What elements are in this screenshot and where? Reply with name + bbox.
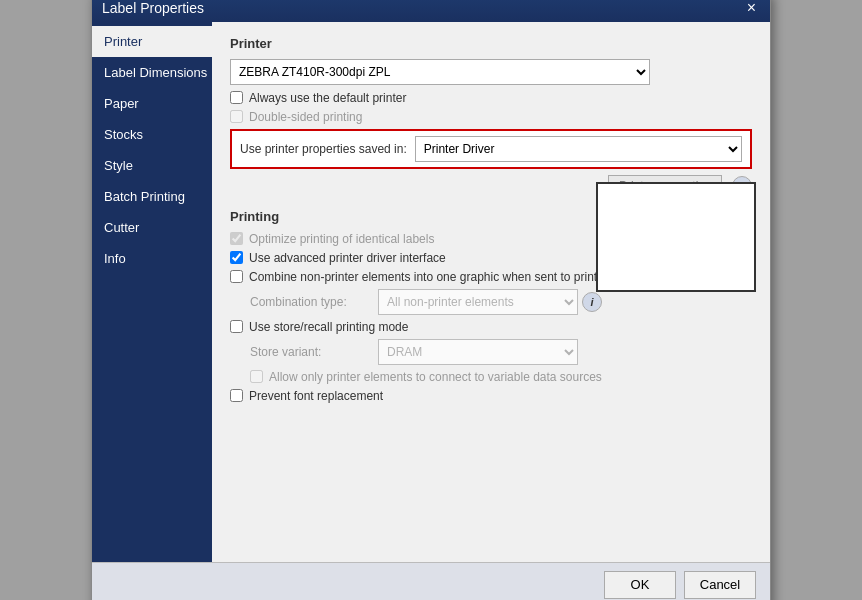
double-sided-checkbox[interactable]: [230, 110, 243, 123]
always-default-row: Always use the default printer: [230, 91, 752, 105]
label-preview: [596, 182, 756, 292]
use-props-label: Use printer properties saved in:: [240, 142, 407, 156]
sidebar-item-style[interactable]: Style: [92, 150, 212, 181]
sidebar-item-batch-printing[interactable]: Batch Printing: [92, 181, 212, 212]
prevent-font-row: Prevent font replacement: [230, 389, 752, 403]
combine-info-icon[interactable]: i: [582, 292, 602, 312]
allow-variable-checkbox[interactable]: [250, 370, 263, 383]
sidebar-item-stocks[interactable]: Stocks: [92, 119, 212, 150]
sidebar-item-printer[interactable]: Printer: [92, 26, 212, 57]
combine-checkbox[interactable]: [230, 270, 243, 283]
combine-label: Combine non-printer elements into one gr…: [249, 270, 608, 284]
allow-variable-label: Allow only printer elements to connect t…: [269, 370, 602, 384]
sidebar-item-label-dimensions[interactable]: Label Dimensions: [92, 57, 212, 88]
advanced-label: Use advanced printer driver interface: [249, 251, 446, 265]
printer-driver-select[interactable]: Printer Driver: [415, 136, 742, 162]
label-properties-dialog: Label Properties × Printer Label Dimensi…: [91, 0, 771, 600]
combination-type-select[interactable]: All non-printer elements: [378, 289, 578, 315]
printer-section-title: Printer: [230, 36, 752, 51]
advanced-checkbox[interactable]: [230, 251, 243, 264]
optimize-label: Optimize printing of identical labels: [249, 232, 434, 246]
ok-button[interactable]: OK: [604, 571, 676, 599]
double-sided-label: Double-sided printing: [249, 110, 362, 124]
printer-select[interactable]: ZEBRA ZT410R-300dpi ZPL: [230, 59, 650, 85]
printer-dropdown-row: ZEBRA ZT410R-300dpi ZPL: [230, 59, 752, 85]
optimize-checkbox[interactable]: [230, 232, 243, 245]
allow-variable-row: Allow only printer elements to connect t…: [250, 370, 752, 384]
always-default-checkbox[interactable]: [230, 91, 243, 104]
printer-props-row: Use printer properties saved in: Printer…: [230, 129, 752, 169]
sidebar-item-cutter[interactable]: Cutter: [92, 212, 212, 243]
sidebar-item-paper[interactable]: Paper: [92, 88, 212, 119]
sidebar: Printer Label Dimensions Paper Stocks St…: [92, 22, 212, 562]
combination-type-row: Combination type: All non-printer elemen…: [250, 289, 752, 315]
dialog-body: Printer Label Dimensions Paper Stocks St…: [92, 22, 770, 562]
store-variant-select[interactable]: DRAM: [378, 339, 578, 365]
prevent-font-checkbox[interactable]: [230, 389, 243, 402]
store-variant-label: Store variant:: [250, 345, 370, 359]
printer-section: ZEBRA ZT410R-300dpi ZPL Always use the d…: [230, 59, 752, 197]
double-sided-row: Double-sided printing: [230, 110, 752, 124]
combination-type-label: Combination type:: [250, 295, 370, 309]
prevent-font-label: Prevent font replacement: [249, 389, 383, 403]
store-variant-row: Store variant: DRAM: [250, 339, 752, 365]
store-checkbox[interactable]: [230, 320, 243, 333]
always-default-label: Always use the default printer: [249, 91, 406, 105]
store-row: Use store/recall printing mode: [230, 320, 752, 334]
cancel-button[interactable]: Cancel: [684, 571, 756, 599]
store-label: Use store/recall printing mode: [249, 320, 408, 334]
title-bar: Label Properties ×: [92, 0, 770, 22]
sidebar-item-info[interactable]: Info: [92, 243, 212, 274]
main-content: Printer ZEBRA ZT410R-300dpi ZPL Always u…: [212, 22, 770, 562]
close-button[interactable]: ×: [743, 0, 760, 16]
dialog-title: Label Properties: [102, 0, 204, 16]
dialog-footer: OK Cancel: [92, 562, 770, 601]
